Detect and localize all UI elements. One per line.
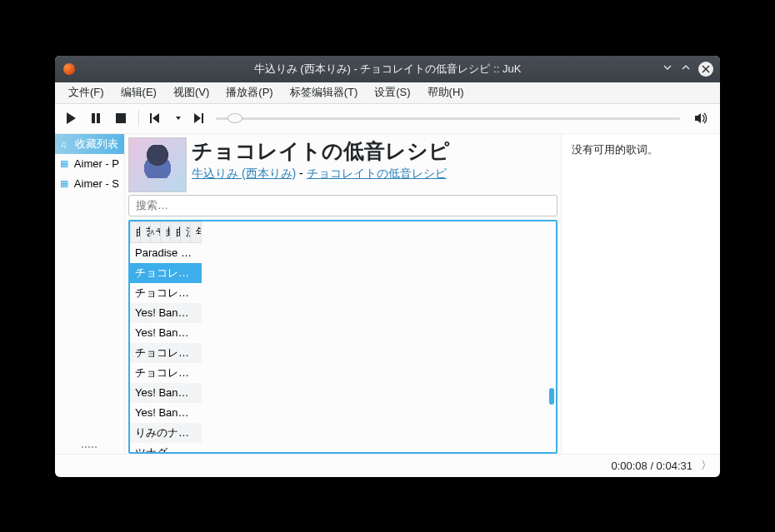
now-playing-title: チョコレイトの低音レシピ: [192, 137, 556, 165]
track-table: 曲目名称 艺人 专辑∧ 封面 曲目 流派 年份 Paradise …μ'sタカラ…: [128, 220, 558, 454]
window-title: 牛込りみ (西本りみ) - チョコレイトの低音レシピ :: JuK: [55, 62, 720, 77]
titlebar[interactable]: 牛込りみ (西本りみ) - チョコレイトの低音レシピ :: JuK: [55, 56, 720, 82]
col-cover[interactable]: 封面: [161, 221, 171, 242]
sidebar: ♫ 收藏列表 ▦ Aimer - P ▦ Aimer - S: [55, 134, 125, 454]
prev-track-button[interactable]: [148, 109, 166, 127]
table-row[interactable]: チョコレ…牛込りみ (…チョコレイトの低…3動畫…201: [130, 343, 202, 363]
table-row[interactable]: りみのナ…ドラマチョコレイトの低…5動畫…201: [130, 423, 202, 443]
album-cover[interactable]: [128, 137, 187, 192]
now-playing: チョコレイトの低音レシピ 牛込りみ (西本りみ) - チョコレイトの低音レシピ: [125, 134, 561, 194]
sidebar-resize-handle[interactable]: [78, 446, 100, 451]
sidebar-item-label: Aimer - P: [74, 157, 119, 170]
app-window: 牛込りみ (西本りみ) - チョコレイトの低音レシピ :: JuK 文件(F) …: [55, 56, 720, 477]
table-row[interactable]: チョコレ…牛込りみ (…チョコレイトの低…1動畫…201: [130, 283, 202, 303]
svg-rect-0: [92, 113, 95, 123]
menu-view[interactable]: 视图(V): [165, 85, 218, 100]
col-album[interactable]: 专辑∧: [151, 221, 161, 242]
playlist-icon: ▦: [60, 158, 71, 169]
volume-icon[interactable]: [692, 109, 710, 127]
lyrics-pane: 没有可用的歌词。: [562, 134, 720, 454]
minimize-button[interactable]: [662, 62, 673, 76]
svg-rect-1: [97, 113, 100, 123]
col-track[interactable]: 曲目: [171, 221, 181, 242]
play-button[interactable]: [62, 109, 80, 127]
table-row[interactable]: Yes! BanG…牛込りみ (…チョコレイトの低…2動畫…201: [130, 323, 202, 343]
prev-dropdown[interactable]: [172, 109, 184, 127]
menu-edit[interactable]: 编辑(E): [112, 85, 165, 100]
col-genre[interactable]: 流派: [181, 221, 191, 242]
sidebar-item-playlist-aimer-p[interactable]: ▦ Aimer - P: [55, 154, 124, 174]
seek-thumb[interactable]: [228, 113, 242, 123]
now-playing-subtitle: 牛込りみ (西本りみ) - チョコレイトの低音レシピ: [192, 167, 556, 181]
time-display: 0:00:08 / 0:04:31: [611, 460, 692, 472]
table-row[interactable]: チョコレ…牛込りみ (…チョコレイトの低…3動畫…201: [130, 363, 202, 383]
svg-rect-2: [116, 113, 126, 123]
menubar: 文件(F) 编辑(E) 视图(V) 播放器(P) 标签编辑器(T) 设置(S) …: [55, 82, 720, 104]
statusbar: 0:00:08 / 0:04:31 〉: [55, 454, 720, 477]
seek-slider[interactable]: [216, 112, 680, 125]
app-icon: [63, 63, 75, 75]
svg-rect-4: [202, 113, 203, 123]
pause-button[interactable]: [87, 109, 105, 127]
toolbar-separator: [138, 110, 139, 127]
album-link[interactable]: チョコレイトの低音レシピ: [307, 167, 447, 180]
menu-help[interactable]: 帮助(H): [419, 85, 472, 100]
statusbar-expand-icon[interactable]: 〉: [701, 458, 712, 473]
sidebar-item-label: 收藏列表: [75, 137, 118, 152]
table-row[interactable]: Paradise …μ'sタカラモノズ/Para…2動畫…201: [130, 243, 202, 263]
maximize-button[interactable]: [680, 62, 692, 76]
scrollbar-thumb[interactable]: [549, 388, 554, 405]
lyrics-text: 没有可用的歌词。: [572, 142, 710, 157]
stop-button[interactable]: [112, 109, 130, 127]
music-note-icon: ♫: [60, 139, 72, 149]
table-row[interactable]: Yes! BanG…牛込りみ (…チョコレイトの低…4動畫…201: [130, 403, 202, 423]
toolbar: [55, 104, 720, 134]
sidebar-item-label: Aimer - S: [74, 177, 119, 190]
table-row[interactable]: Yes! BanG…牛込りみ (…チョコレイトの低…2動畫…201: [130, 303, 202, 323]
menu-file[interactable]: 文件(F): [60, 85, 112, 100]
col-artist[interactable]: 艺人: [141, 221, 151, 242]
sidebar-item-collection[interactable]: ♫ 收藏列表: [55, 134, 124, 154]
search-input[interactable]: [128, 195, 558, 216]
sidebar-item-playlist-aimer-s[interactable]: ▦ Aimer - S: [55, 174, 124, 194]
track-table-body: Paradise …μ'sタカラモノズ/Para…2動畫…201チョコレ…牛込り…: [130, 243, 202, 454]
col-title[interactable]: 曲目名称: [131, 221, 141, 242]
main-area: ♫ 收藏列表 ▦ Aimer - P ▦ Aimer - S チョコレイトの低音…: [55, 134, 720, 454]
close-button[interactable]: [698, 62, 713, 77]
table-row[interactable]: Yes! BanG…牛込りみ (…チョコレイトの低…4動畫…201: [130, 383, 202, 403]
sort-asc-icon: ∧: [151, 227, 156, 236]
col-year[interactable]: 年份: [191, 221, 201, 242]
menu-player[interactable]: 播放器(P): [218, 85, 281, 100]
table-row[interactable]: ツナグ、…Afterglow (…ツナグ、ソラモヨウ1J-Pop201: [130, 443, 202, 454]
artist-link[interactable]: 牛込りみ (西本りみ): [192, 167, 296, 180]
next-track-button[interactable]: [191, 109, 209, 127]
table-row[interactable]: チョコレ…牛込りみ (…チョコレイトの低…1動畫…201: [130, 263, 202, 283]
menu-settings[interactable]: 设置(S): [366, 85, 418, 100]
center-pane: チョコレイトの低音レシピ 牛込りみ (西本りみ) - チョコレイトの低音レシピ …: [125, 134, 562, 454]
playlist-icon: ▦: [60, 178, 71, 189]
menu-tageditor[interactable]: 标签编辑器(T): [282, 85, 367, 100]
svg-rect-3: [150, 113, 152, 123]
